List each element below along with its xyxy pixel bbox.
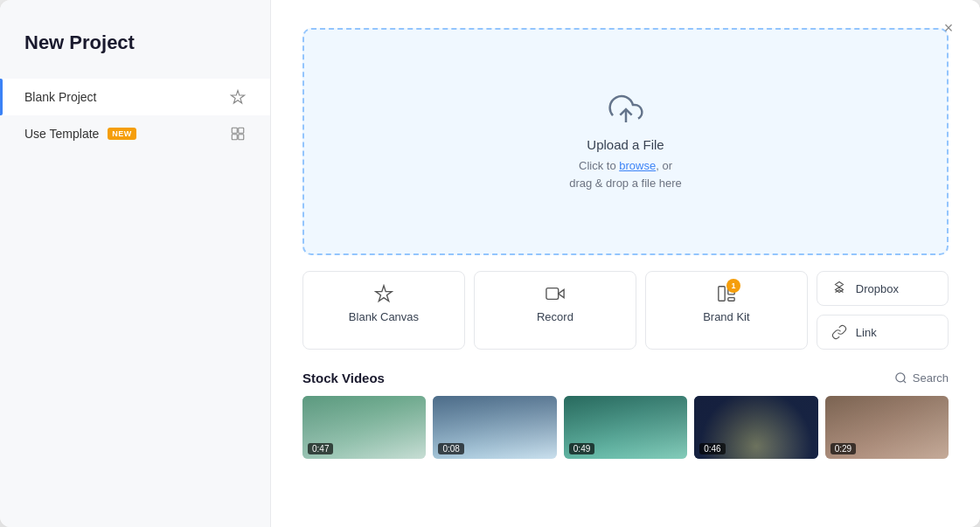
svg-rect-1 [239,128,244,133]
blank-canvas-label: Blank Canvas [349,310,419,323]
svg-point-9 [896,373,905,382]
blank-canvas-button[interactable]: Blank Canvas [302,271,465,350]
stock-search-label: Search [913,371,949,385]
sidebar-item-blank-project[interactable]: Blank Project [0,79,270,115]
stock-video-1-duration: 0:47 [308,443,333,454]
brand-kit-badge: 1 [726,279,740,293]
use-template-label: Use Template [24,127,99,141]
sparkle-icon [230,89,246,105]
svg-rect-8 [728,298,734,302]
stock-videos-row: 0:47 0:08 0:49 [302,396,949,459]
upload-title: Upload a File [587,137,664,152]
record-button[interactable]: Record [474,271,636,350]
dropbox-icon [831,281,847,296]
upload-area[interactable]: Upload a File Click to browse, ordrag & … [302,28,949,255]
stock-title: Stock Videos [302,371,385,385]
new-badge: NEW [108,128,136,140]
stock-video-1[interactable]: 0:47 [302,396,426,459]
svg-rect-5 [546,288,559,300]
sidebar: New Project Blank Project Use Template N… [0,0,271,527]
stock-header: Stock Videos Search [302,371,949,385]
modal-title: New Project [0,31,270,79]
dropbox-label: Dropbox [856,282,899,295]
upload-icon [608,92,643,127]
brand-kit-button[interactable]: 1 Brand Kit [645,271,808,350]
stock-video-5-duration: 0:29 [831,443,856,454]
svg-rect-2 [232,135,237,140]
close-button[interactable]: × [936,16,961,40]
upload-sub-text3: drag & drop a file here [569,177,682,190]
blank-canvas-icon [374,284,393,303]
record-icon [546,284,565,303]
stock-search-button[interactable]: Search [894,371,949,385]
new-project-modal: New Project Blank Project Use Template N… [0,0,980,527]
stock-video-2-duration: 0:08 [438,443,463,454]
stock-video-4-duration: 0:46 [699,443,725,454]
svg-rect-0 [232,128,237,133]
svg-rect-3 [239,135,244,140]
stock-video-2[interactable]: 0:08 [433,396,556,459]
upload-sub-text2: , or [656,159,672,172]
brand-kit-label: Brand Kit [703,310,749,323]
stock-video-3-duration: 0:49 [569,443,594,454]
upload-subtitle: Click to browse, ordrag & drop a file he… [569,157,682,191]
source-row: Blank Canvas Record 1 [302,271,949,350]
main-content: × Upload a File Click to browse, ordrag … [271,0,980,527]
blank-project-label: Blank Project [24,90,96,104]
record-label: Record [537,310,573,323]
svg-line-10 [903,380,906,383]
sidebar-item-use-template[interactable]: Use Template NEW [0,115,270,152]
upload-sub-text1: Click to [579,159,619,172]
svg-rect-6 [719,287,725,302]
stock-section: Stock Videos Search 0:47 [302,371,949,459]
dropbox-button[interactable]: Dropbox [817,271,949,306]
link-label: Link [856,326,877,339]
link-icon [831,324,847,340]
stock-video-5[interactable]: 0:29 [825,396,949,459]
browse-link[interactable]: browse [619,159,656,172]
stock-video-4[interactable]: 0:46 [694,396,817,459]
link-button[interactable]: Link [817,315,949,350]
stock-video-3[interactable]: 0:49 [564,396,687,459]
right-source-col: Dropbox Link [817,271,949,350]
template-icon [230,126,246,142]
